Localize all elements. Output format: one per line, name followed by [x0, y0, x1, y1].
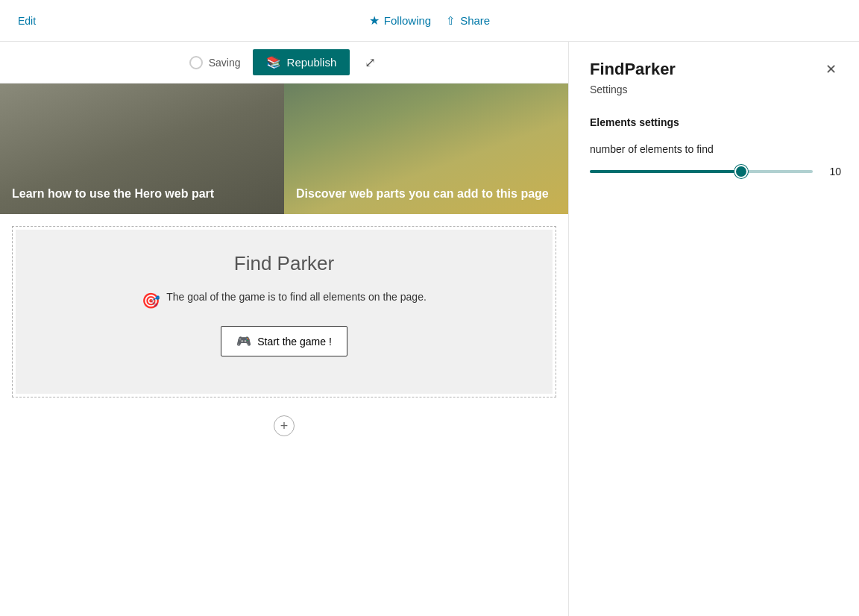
target-icon: 🎯: [142, 290, 160, 311]
book-icon: 📚: [266, 55, 281, 69]
elements-settings-heading: Elements settings: [590, 116, 841, 128]
share-label: Share: [460, 14, 490, 27]
following-button[interactable]: ★ Following: [369, 13, 431, 28]
slider-value: 10: [823, 166, 841, 177]
webpart-description: 🎯 The goal of the game is to find all el…: [142, 290, 427, 311]
add-section-button[interactable]: +: [274, 415, 295, 436]
republish-button[interactable]: 📚 Republish: [253, 49, 350, 75]
slider-thumb[interactable]: [734, 165, 748, 178]
gamepad-icon: 🎮: [236, 334, 251, 348]
main-layout: Saving 📚 Republish ⤢ Learn how to use th…: [0, 42, 859, 616]
toolbar: Saving 📚 Republish ⤢: [0, 42, 568, 84]
plus-icon: +: [280, 418, 289, 434]
star-icon: ★: [369, 13, 380, 28]
hero-section: Learn how to use the Hero web part Disco…: [0, 84, 568, 214]
slider-fill: [590, 170, 741, 173]
saving-indicator: Saving: [189, 56, 241, 69]
panel-title: FindParker: [590, 60, 676, 79]
right-panel: FindParker ✕ Settings Elements settings …: [568, 42, 859, 616]
panel-subtitle: Settings: [590, 84, 841, 95]
slider-row: 10: [590, 164, 841, 179]
panel-header: FindParker ✕: [590, 60, 841, 79]
page-scroll[interactable]: Learn how to use the Hero web part Disco…: [0, 84, 568, 616]
expand-icon: ⤢: [365, 55, 376, 70]
republish-label: Republish: [287, 56, 337, 69]
expand-button[interactable]: ⤢: [362, 51, 379, 74]
hero-right-title: Discover web parts you can add to this p…: [296, 186, 549, 202]
content-scroll-area: Learn how to use the Hero web part Disco…: [0, 84, 568, 616]
share-icon: ⇧: [446, 14, 456, 28]
top-bar-actions: ★ Following ⇧ Share: [369, 13, 490, 28]
hero-left: Learn how to use the Hero web part: [0, 84, 284, 214]
start-game-button[interactable]: 🎮 Start the game !: [221, 326, 347, 356]
following-label: Following: [384, 14, 431, 27]
slider-track: [590, 170, 813, 173]
webpart-section: Find Parker 🎯 The goal of the game is to…: [12, 226, 556, 397]
edit-link[interactable]: Edit: [18, 15, 36, 27]
saving-circle-icon: [189, 56, 203, 69]
webpart-inner: Find Parker 🎯 The goal of the game is to…: [16, 230, 553, 394]
start-game-label: Start the game !: [257, 336, 332, 348]
bottom-area: [0, 442, 568, 517]
content-area: Saving 📚 Republish ⤢ Learn how to use th…: [0, 42, 568, 616]
slider-label: number of elements to find: [590, 143, 841, 155]
close-icon: ✕: [825, 62, 837, 77]
webpart-title: Find Parker: [234, 252, 334, 275]
hero-right: Discover web parts you can add to this p…: [284, 84, 568, 214]
close-panel-button[interactable]: ✕: [821, 60, 841, 79]
saving-label: Saving: [209, 57, 241, 69]
top-bar: Edit ★ Following ⇧ Share: [0, 0, 859, 42]
webpart-desc-text: The goal of the game is to find all elem…: [166, 290, 427, 305]
slider-container: [590, 164, 813, 179]
add-section: +: [0, 409, 568, 442]
hero-left-title: Learn how to use the Hero web part: [12, 186, 214, 202]
share-button[interactable]: ⇧ Share: [446, 14, 490, 28]
